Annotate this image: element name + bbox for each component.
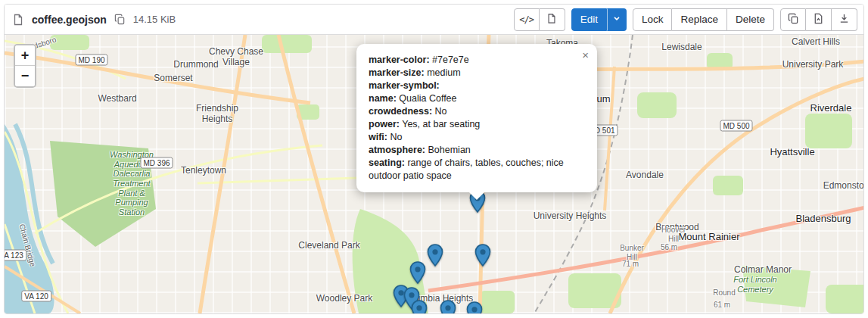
map-label: Fort Lincoln Cemetery [733,275,776,294]
copy-path-icon[interactable] [113,12,127,26]
map-label: 56 m [661,243,677,252]
zoom-in-button[interactable]: + [15,45,35,66]
edit-button[interactable]: Edit [571,8,607,31]
zoom-control: + − [14,44,36,88]
map-label: University Heights [534,211,607,222]
file-icon [11,12,26,27]
zoom-out-button[interactable]: − [15,66,35,86]
open-raw-button[interactable] [806,8,832,31]
file-viewer-card: coffee.geojson 14.15 KiB </> Edit [4,4,864,314]
document-icon [546,13,557,26]
map-label: 61 m [714,301,730,310]
code-icon: </> [519,14,534,25]
file-action-group: Lock Replace Delete [633,8,774,31]
map-label: Friendship Heights [196,104,238,125]
road-shield: MD 190 [75,55,107,66]
delete-button[interactable]: Delete [727,8,774,31]
download-button[interactable] [832,8,857,31]
map-label: Riverdale [810,103,852,114]
road-shield: VA 120 [21,291,51,302]
map-label: Bladensburg [796,214,851,225]
popup-property: crowdedness: No [369,105,583,118]
map-label: Lewisdale [661,42,702,53]
geojson-map[interactable]: GoldsboroTakomaLewisdaleCalvert HillsUni… [5,35,863,313]
popup-property: power: Yes, at bar seating [369,118,583,131]
copy-contents-button[interactable] [780,8,806,31]
road-shield: MD 500 [720,120,752,132]
file-name: coffee.geojson [32,14,107,26]
popup-property: name: Qualia Coffee [369,92,583,105]
map-marker-pin[interactable] [440,300,456,313]
map-marker-pin[interactable] [466,301,483,313]
popup-property: marker-symbol: [369,80,583,92]
download-icon [838,13,850,26]
file-utility-group [780,8,857,31]
popup-property: marker-color: #7e7e7e [369,54,583,67]
map-label: Tenleytown [181,166,226,176]
map-label: Edmonston [823,181,863,192]
map-marker-pin[interactable] [474,244,491,267]
map-label: University Park [782,60,844,70]
map-label: Round [713,288,735,298]
map-marker-pin[interactable] [411,300,428,313]
view-toggle-group: </> [514,8,565,31]
road-shield: A 123 [5,250,26,261]
edit-split-button: Edit [571,8,627,31]
map-label: Hoover Hill [661,226,686,243]
map-label: Avondale [626,170,664,181]
lock-button[interactable]: Lock [633,8,673,31]
map-label: Bunker Hill [620,244,644,261]
replace-button[interactable]: Replace [672,8,727,31]
map-label: Cleveland Park [298,241,359,251]
map-label: Chevy Chase Village [209,47,263,68]
road-shield: MD 396 [140,157,173,169]
map-label: Colmar Manor [734,265,792,276]
map-marker-pin[interactable] [409,261,426,284]
popup-close-icon[interactable]: × [580,48,590,62]
feature-popup: × marker-color: #7e7e7emarker-size: medi… [356,44,597,192]
popup-property: seating: range of chairs, tables, couche… [369,157,583,182]
raw-file-icon [813,13,824,26]
map-label: Hyattsville [770,147,814,158]
map-label: Calvert Hills [792,37,840,48]
map-label: Westbard [98,94,136,104]
popup-property: marker-size: medium [369,67,583,80]
file-size: 14.15 KiB [133,14,176,25]
copy-icon [788,13,799,26]
file-toolbar: coffee.geojson 14.15 KiB </> Edit [5,5,863,35]
map-label: Somerset [154,73,192,84]
map-label: 71 m [622,260,639,269]
chevron-down-icon [612,14,621,25]
map-marker-pin[interactable] [427,244,443,267]
popup-property: wifi: No [369,131,583,144]
code-view-button[interactable]: </> [514,8,540,31]
rendered-view-button[interactable] [540,8,565,31]
map-label: Woodley Park [316,294,372,304]
map-label: Mount Rainier [679,232,740,243]
toolbar-actions: </> Edit Lock Replace D [514,8,857,31]
popup-properties: marker-color: #7e7e7emarker-size: medium… [369,54,583,182]
popup-property: atmosphere: Bohemian [369,144,583,157]
edit-dropdown-button[interactable] [607,8,627,31]
